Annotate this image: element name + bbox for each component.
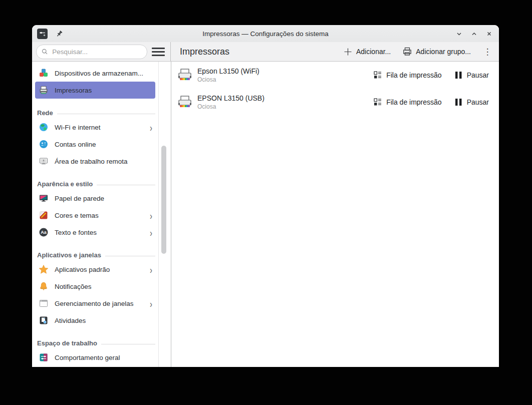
chevron-right-icon: › [150,298,152,308]
window-icon [38,298,49,309]
printer-row[interactable]: Epson L3150 (WiFi) Ociosa [171,62,499,89]
sidebar-item-label: Aplicativos padrão [55,266,110,273]
bell-icon [38,281,49,292]
sidebar-item-wallpaper[interactable]: Papel de parede [35,190,155,207]
system-settings-window: Impressoras — Configurações do sistema [32,25,499,367]
plus-icon [344,48,352,56]
close-button[interactable] [484,29,494,39]
globe-icon [38,122,49,133]
sidebar-item-printers[interactable]: Impressoras [35,82,155,99]
sidebar-item-label: Dispositivos de armazenam... [55,70,143,77]
sidebar-item-label: Papel de parede [55,195,104,202]
sidebar-item-general-behavior[interactable]: Comportamento geral [35,349,155,366]
search-input[interactable] [51,48,142,56]
pause-label: Pausar [467,98,489,106]
sidebar-item-notifications[interactable]: Notificações [35,278,155,295]
search-icon [42,48,48,55]
online-accounts-icon [38,139,49,150]
printer-status: Ociosa [197,103,264,110]
page-title: Impressoras [180,47,229,57]
pause-button[interactable]: Pausar [455,98,489,106]
sidebar-section-aparencia: Aparência e estilo [37,170,155,190]
sidebar-item-label: Gerenciamento de janelas [55,300,134,307]
chevron-right-icon: › [150,227,152,237]
sidebar-header [32,42,170,61]
chevron-right-icon: › [150,264,152,274]
star-icon [38,264,49,275]
colors-themes-icon [38,210,49,221]
text-fonts-icon: Aa [38,227,49,238]
window-title: Impressoras — Configurações do sistema [32,30,499,38]
sidebar-section-rede: Rede [37,99,155,119]
print-queue-icon [374,98,382,106]
svg-text:Aa: Aa [41,230,47,235]
search-box[interactable] [36,45,147,59]
maximize-button[interactable] [469,29,479,39]
sidebar-item-colors-themes[interactable]: Cores e temas › [35,207,155,224]
sidebar-scrollbar-thumb[interactable] [161,146,166,254]
sidebar-item-label: Comportamento geral [55,354,120,361]
sidebar-item-label: Texto e fontes [55,229,97,236]
pause-icon [455,98,462,106]
sidebar-item-label: Wi-Fi e internet [55,124,101,131]
desktop-background: Impressoras — Configurações do sistema [0,0,532,405]
sidebar-item-default-apps[interactable]: Aplicativos padrão › [35,261,155,278]
sidebar-item-label: Área de trabalho remota [55,158,128,165]
sidebar-item-text-fonts[interactable]: Aa Texto e fontes › [35,224,155,241]
pause-icon [455,71,462,79]
sidebar-item-label: Atividades [55,317,86,324]
add-printer-label: Adicionar... [356,48,391,56]
sidebar-item-remote-desktop[interactable]: Área de trabalho remota [35,153,155,170]
sidebar-section-espaco: Espaço de trabalho [37,329,155,349]
sidebar-item-label: Notificações [55,283,92,290]
sidebar-scrollbar-track[interactable] [158,62,171,367]
titlebar[interactable]: Impressoras — Configurações do sistema [32,25,499,42]
printer-name: EPSON L3150 (USB) [197,94,264,102]
sidebar-item-online-accounts[interactable]: Contas online [35,136,155,153]
add-group-label: Adicionar grupo... [416,48,471,56]
hamburger-menu-button[interactable] [152,45,165,58]
general-behavior-icon [38,352,49,363]
epson-printer-icon [176,67,193,84]
printer-name: Epson L3150 (WiFi) [197,67,259,75]
printer-status: Ociosa [197,76,259,83]
sidebar-item-label: Contas online [55,141,96,148]
add-printer-button[interactable]: Adicionar... [344,48,391,56]
activities-icon [38,315,49,326]
chevron-right-icon: › [150,122,152,132]
sidebar-item-wifi-internet[interactable]: Wi-Fi e internet › [35,119,155,136]
minimize-button[interactable] [454,29,464,39]
storage-devices-icon [38,68,49,79]
pause-label: Pausar [467,71,489,79]
print-queue-button[interactable]: Fila de impressão [374,71,442,79]
sidebar-section-aplicativos: Aplicativos e janelas [37,241,155,261]
print-queue-label: Fila de impressão [386,71,442,79]
sidebar: Dispositivos de armazenam... Impressoras [32,62,158,367]
header-row: Impressoras Adicionar... [32,42,499,62]
sidebar-item-activities[interactable]: Atividades [35,312,155,329]
sidebar-item-search[interactable]: Pesquisa › [35,366,155,367]
sidebar-item-label: Cores e temas [55,212,99,219]
print-queue-button[interactable]: Fila de impressão [374,98,442,106]
pin-icon[interactable] [55,29,64,38]
chevron-right-icon: › [150,210,152,220]
sidebar-item-storage-devices[interactable]: Dispositivos de armazenam... [35,65,155,82]
printer-icon [38,85,49,96]
main-header: Impressoras Adicionar... [170,42,499,61]
sidebar-item-label: Impressoras [55,87,92,94]
remote-desktop-icon [38,156,49,167]
print-queue-label: Fila de impressão [386,98,442,106]
app-menu-button[interactable] [37,29,48,39]
add-group-button[interactable]: Adicionar grupo... [403,47,471,56]
overflow-menu-button[interactable]: ⋮ [483,46,492,58]
sidebar-item-window-management[interactable]: Gerenciamento de janelas › [35,295,155,312]
epson-printer-icon [176,94,193,111]
printer-outline-icon [403,47,412,56]
system-settings-icon [39,30,46,38]
print-queue-icon [374,71,382,79]
wallpaper-icon [38,193,49,204]
printer-row[interactable]: EPSON L3150 (USB) Ociosa [171,89,499,116]
pause-button[interactable]: Pausar [455,71,489,79]
printers-list: Epson L3150 (WiFi) Ociosa [171,62,499,367]
